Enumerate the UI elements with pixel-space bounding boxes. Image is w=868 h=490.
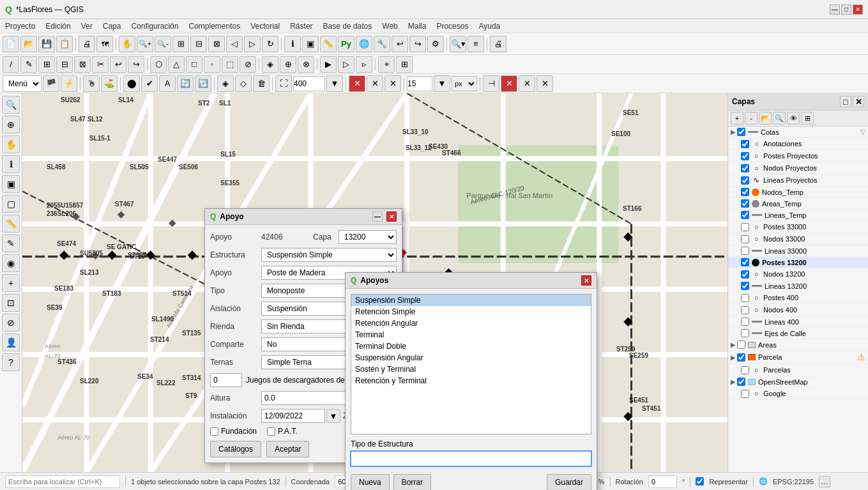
custom-btn5[interactable]: ⬤ (123, 75, 140, 92)
layer-item-nodos-13200[interactable]: ○ Nodos 13200 (728, 268, 868, 280)
tool-pan[interactable]: ✋ (2, 135, 20, 153)
dialog-apoyo-min[interactable]: — (372, 211, 383, 222)
custom-btn16[interactable]: ✕ (367, 75, 383, 92)
layer-item-nodos-400[interactable]: ○ Nodos 400 (728, 304, 868, 316)
custom-btn4[interactable]: ⛳ (101, 75, 118, 92)
settings-button[interactable]: ⚙ (427, 36, 444, 52)
layer-check-lineas-13200[interactable] (741, 282, 749, 290)
layer-item-lineas-proyectos[interactable]: ∿ Lineas Proyectos (728, 174, 868, 187)
pixel-input[interactable] (407, 76, 432, 91)
pan-button[interactable]: ✋ (119, 36, 135, 52)
plugin2-button[interactable]: ↩ (392, 36, 408, 52)
layer-check-postes-33000[interactable] (741, 223, 749, 231)
tool-node[interactable]: ◉ (2, 254, 20, 272)
layer-check-lineas-temp[interactable] (741, 211, 749, 219)
digitize-btn17[interactable]: ⊗ (298, 56, 314, 73)
tool-person[interactable]: 👤 (2, 333, 20, 351)
custom-btn22[interactable]: ✕ (537, 75, 553, 92)
layers-panel-close[interactable]: ✕ (853, 96, 864, 107)
guardar-button[interactable]: Guardar (547, 474, 591, 490)
plugin1-button[interactable]: 🔧 (374, 36, 390, 52)
layer-check-lineas-400[interactable] (741, 318, 749, 326)
digitize-btn13[interactable]: ⬚ (222, 56, 238, 73)
layer-check-parcela[interactable] (737, 353, 745, 362)
layer-check-cotas[interactable] (737, 128, 745, 136)
layer-check-nodos-33000[interactable] (741, 235, 749, 243)
custom-btn13[interactable]: ⛶ (275, 75, 292, 92)
menu-dropdown[interactable]: Menú (3, 75, 42, 92)
list-item-suspension-angular[interactable]: Suspensión Angular (351, 352, 591, 364)
digitize-btn6[interactable]: ✂ (92, 56, 109, 73)
layer-item-nodos-33000[interactable]: ○ Nodos 33000 (728, 233, 868, 245)
layer-check-postes-13200[interactable] (741, 258, 749, 266)
minimize-button[interactable]: — (830, 4, 840, 15)
digitize-btn11[interactable]: □ (186, 56, 202, 73)
menu-ayuda[interactable]: Ayuda (473, 20, 505, 32)
custom-btn21[interactable]: ✕ (519, 75, 535, 92)
print2-button[interactable]: 🗺 (96, 36, 113, 52)
list-item-retencion-simple[interactable]: Retención Simple (351, 306, 591, 318)
custom-btn9[interactable]: 🔃 (195, 75, 211, 92)
menu-base-datos[interactable]: Base de datos (318, 20, 377, 32)
instalacion-input[interactable] (261, 409, 325, 423)
custom-btn7[interactable]: A (159, 75, 176, 92)
layer-item-ejes-calle[interactable]: Ejes de Calle (728, 328, 868, 339)
layer-check-postes-400[interactable] (741, 294, 749, 302)
close-button[interactable]: ✕ (853, 4, 863, 15)
tool-zoom2[interactable]: ⊕ (2, 116, 20, 134)
list-item-retencion-angular[interactable]: Retención Angular (351, 318, 591, 329)
layer-item-anotaciones[interactable]: ○ Anotaciones (728, 138, 868, 150)
rotation-input[interactable] (648, 475, 677, 488)
digitize-btn3[interactable]: ⊞ (38, 56, 55, 73)
custom-btn15[interactable]: ✕ (349, 75, 365, 92)
tool-identify[interactable]: ℹ (2, 155, 20, 173)
tool-split[interactable]: ⊘ (2, 314, 20, 332)
digitize-btn9[interactable]: ⬡ (150, 56, 167, 73)
save-project-button[interactable]: 💾 (38, 36, 55, 52)
layer-check-postes-proyectos[interactable] (741, 152, 749, 160)
menu-ver[interactable]: Ver (76, 20, 98, 32)
zoom-selection-button[interactable]: ⊠ (208, 36, 225, 52)
digitize-btn5[interactable]: ⊠ (74, 56, 91, 73)
zoom-in-button[interactable]: 🔍+ (137, 36, 153, 52)
new-project-button[interactable]: 📄 (3, 36, 19, 52)
custom-btn6[interactable]: ✔ (141, 75, 158, 92)
layers-add-btn[interactable]: + (731, 112, 743, 125)
print-button[interactable]: 🖨 (79, 36, 95, 52)
custom-btn1[interactable]: 🏴 (43, 75, 59, 92)
layers-visibility-btn[interactable]: 👁 (787, 112, 800, 125)
layer-check-lineas-33000[interactable] (741, 247, 749, 255)
list-item-sosten-terminal[interactable]: Sostén y Terminal (351, 364, 591, 375)
refresh-button[interactable]: ↻ (262, 36, 278, 52)
layer-item-postes-33000[interactable]: ○ Postes 33000 (728, 221, 868, 233)
tipo-estructura-input[interactable] (351, 451, 591, 466)
python-button[interactable]: Py (338, 36, 354, 52)
layer-item-areas-temp[interactable]: Areas_Temp (728, 198, 868, 210)
menu-vectorial[interactable]: Vectorial (245, 20, 285, 32)
layer-check-anotaciones[interactable] (741, 140, 749, 148)
layer-item-lineas-13200[interactable]: Lineas 13200 (728, 280, 868, 292)
digitize-btn4[interactable]: ⊟ (56, 56, 73, 73)
digitize-btn16[interactable]: ⊕ (280, 56, 296, 73)
custom-btn3[interactable]: 🖱 (83, 75, 100, 92)
layer-item-postes-400[interactable]: ○ Postes 400 (728, 292, 868, 304)
list-item-suspension-simple[interactable]: Suspensión Simple (351, 295, 591, 306)
layer-item-google[interactable]: ○ Google (728, 388, 868, 400)
digitize-btn2[interactable]: ✎ (20, 56, 37, 73)
layer-item-cotas[interactable]: ▶ Cotas ▽ (728, 126, 868, 138)
menu-web[interactable]: Web (377, 20, 402, 32)
layer-check-nodos-400[interactable] (741, 306, 749, 314)
digitize-btn18[interactable]: ▶ (320, 56, 337, 73)
layer-check-nodos-proyectos[interactable] (741, 164, 749, 172)
menu-raster[interactable]: Ráster (285, 20, 317, 32)
search-input[interactable] (5, 475, 120, 488)
layer-item-parcela[interactable]: ▶ Parcela ⚠ (728, 351, 868, 364)
zoom-prev-button[interactable]: ◁ (226, 36, 243, 52)
estructura-select[interactable]: Suspensión Simple (261, 248, 397, 262)
plugin3-button[interactable]: ↪ (409, 36, 426, 52)
fundacion-checkbox-label[interactable]: Fundación (210, 427, 257, 436)
menu-procesos[interactable]: Procesos (431, 20, 473, 32)
layer-item-postes-13200[interactable]: Postes 13200 (728, 257, 868, 268)
layers-panel-toggle[interactable]: □ (840, 96, 851, 107)
list-item-terminal-doble[interactable]: Terminal Doble (351, 341, 591, 352)
